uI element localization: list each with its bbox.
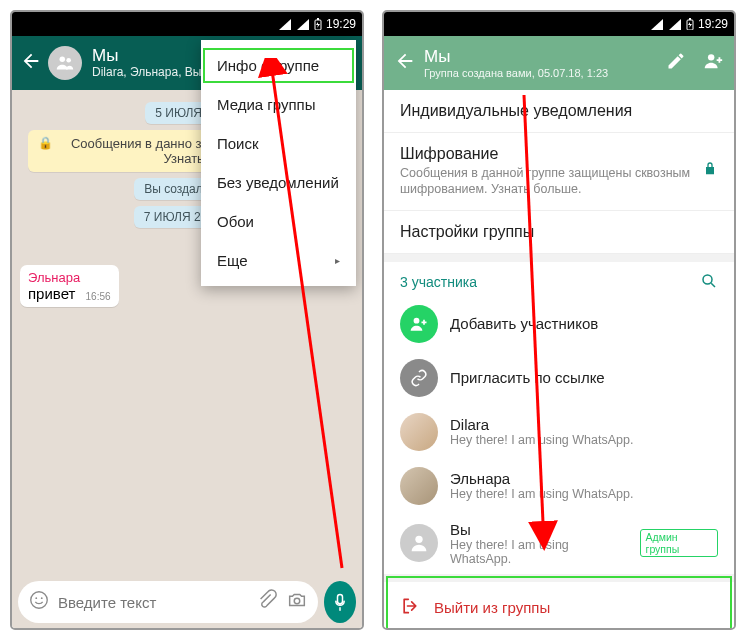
status-time: 19:29 <box>326 17 356 31</box>
add-member-icon[interactable] <box>702 50 724 76</box>
svg-point-13 <box>414 317 420 323</box>
svg-point-5 <box>31 592 48 609</box>
group-title: Мы <box>424 47 666 67</box>
leave-group[interactable]: Выйти из группы <box>384 574 734 629</box>
add-icon <box>400 305 438 343</box>
add-participants[interactable]: Добавить участников <box>384 297 734 351</box>
status-time: 19:29 <box>698 17 728 31</box>
link-icon <box>400 359 438 397</box>
back-icon[interactable] <box>20 50 42 76</box>
attach-icon[interactable] <box>256 589 278 615</box>
group-info-header: Мы Группа создана вами, 05.07.18, 1:23 <box>384 36 734 90</box>
group-settings[interactable]: Настройки группы <box>384 211 734 254</box>
svg-rect-10 <box>689 18 691 20</box>
avatar <box>400 467 438 505</box>
avatar <box>400 524 438 562</box>
svg-point-7 <box>41 597 43 599</box>
menu-more[interactable]: Еще▸ <box>201 241 356 280</box>
group-subtitle: Группа создана вами, 05.07.18, 1:23 <box>424 67 666 79</box>
message-in[interactable]: Эльнара привет 16:56 <box>20 265 119 307</box>
member-row[interactable]: Вы Hey there! I am using WhatsApp. Админ… <box>384 513 734 574</box>
chat-subtitle: Dilara, Эльнара, Вы <box>92 65 201 79</box>
svg-point-3 <box>66 58 71 63</box>
overflow-menu: Инфо о группе Медиа группы Поиск Без уве… <box>201 40 356 286</box>
status-bar: 19:29 <box>384 12 734 36</box>
group-titles: Мы Группа создана вами, 05.07.18, 1:23 <box>424 47 666 79</box>
admin-badge: Админ группы <box>640 529 718 557</box>
svg-point-11 <box>708 54 714 60</box>
svg-point-8 <box>294 598 300 604</box>
menu-media[interactable]: Медиа группы <box>201 85 356 124</box>
emoji-icon[interactable] <box>28 589 50 615</box>
member-row[interactable]: Dilara Hey there! I am using WhatsApp. <box>384 405 734 459</box>
search-icon[interactable] <box>700 272 718 293</box>
svg-rect-1 <box>317 18 319 20</box>
camera-icon[interactable] <box>286 589 308 615</box>
chat-header-titles[interactable]: Мы Dilara, Эльнара, Вы <box>92 47 201 80</box>
msg-time: 16:56 <box>86 291 111 302</box>
chevron-right-icon: ▸ <box>335 255 340 266</box>
menu-mute[interactable]: Без уведомлений <box>201 163 356 202</box>
message-input[interactable] <box>58 594 248 611</box>
svg-point-12 <box>703 275 712 284</box>
group-info-body: Индивидуальные уведомления Шифрование Со… <box>384 90 734 628</box>
edit-icon[interactable] <box>666 51 686 75</box>
exit-icon <box>400 596 420 619</box>
avatar <box>400 413 438 451</box>
phone-chat: 19:29 Мы Dilara, Эльнара, Вы 5 ИЮЛЯ 20 🔒… <box>10 10 364 630</box>
chat-title: Мы <box>92 47 201 66</box>
lock-icon: 🔒 <box>38 136 53 150</box>
back-icon[interactable] <box>394 50 416 76</box>
message-input-pill[interactable] <box>18 581 318 623</box>
encryption-section[interactable]: Шифрование Сообщения в данной группе защ… <box>384 133 734 211</box>
individual-notifications[interactable]: Индивидуальные уведомления <box>384 90 734 133</box>
menu-search[interactable]: Поиск <box>201 124 356 163</box>
participants-header: 3 участника <box>384 262 734 297</box>
svg-point-2 <box>60 57 66 63</box>
phone-group-info: 19:29 Мы Группа создана вами, 05.07.18, … <box>382 10 736 630</box>
divider <box>384 254 734 262</box>
msg-sender: Эльнара <box>28 270 111 285</box>
svg-point-14 <box>415 536 422 543</box>
svg-point-6 <box>35 597 37 599</box>
input-bar <box>12 576 362 628</box>
lock-icon <box>702 161 718 181</box>
menu-group-info[interactable]: Инфо о группе <box>201 46 356 85</box>
group-avatar[interactable] <box>48 46 82 80</box>
mic-button[interactable] <box>324 581 356 623</box>
member-row[interactable]: Эльнара Hey there! I am using WhatsApp. <box>384 459 734 513</box>
status-bar: 19:29 <box>12 12 362 36</box>
menu-wallpaper[interactable]: Обои <box>201 202 356 241</box>
invite-link[interactable]: Пригласить по ссылке <box>384 351 734 405</box>
